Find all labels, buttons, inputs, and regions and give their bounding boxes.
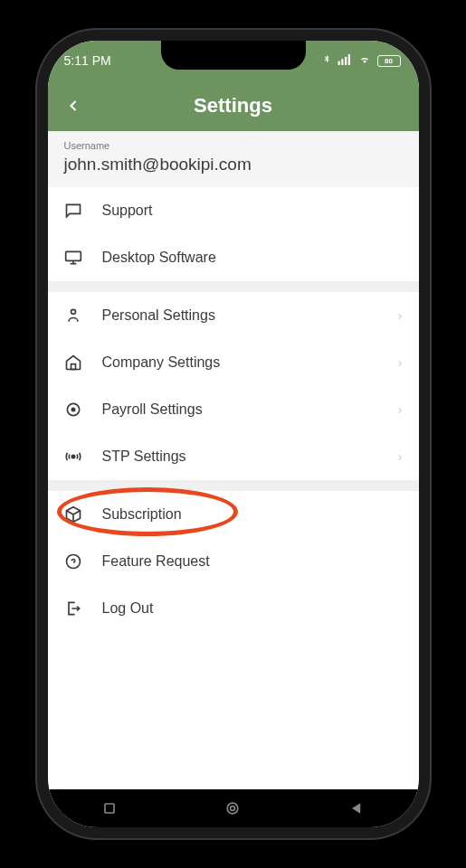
svg-rect-1 bbox=[341, 59, 343, 65]
svg-point-11 bbox=[71, 455, 74, 458]
broadcast-icon bbox=[64, 448, 82, 466]
signal-icon bbox=[338, 53, 352, 68]
svg-rect-2 bbox=[345, 57, 347, 65]
menu-item-logout[interactable]: Log Out bbox=[48, 585, 419, 632]
app-header: Settings bbox=[48, 80, 419, 131]
menu-group-help: Support Desktop Software bbox=[48, 187, 419, 281]
battery-icon: 80 bbox=[377, 55, 401, 67]
svg-point-15 bbox=[231, 807, 235, 811]
svg-point-7 bbox=[71, 309, 75, 314]
username-label: Username bbox=[64, 140, 403, 151]
svg-rect-13 bbox=[105, 804, 114, 813]
username-value: john.smith@bookipi.com bbox=[64, 155, 403, 175]
page-title: Settings bbox=[194, 94, 272, 118]
menu-item-stp[interactable]: STP Settings › bbox=[48, 433, 419, 480]
divider bbox=[48, 480, 419, 491]
nav-back-button[interactable] bbox=[347, 799, 366, 817]
menu-label: Log Out bbox=[102, 600, 403, 617]
wifi-icon bbox=[357, 53, 372, 68]
menu-item-subscription[interactable]: Subscription bbox=[48, 491, 419, 538]
menu-item-personal[interactable]: Personal Settings › bbox=[48, 292, 419, 339]
target-icon bbox=[64, 401, 82, 419]
menu-label: Desktop Software bbox=[102, 250, 403, 266]
menu-item-support[interactable]: Support bbox=[48, 187, 419, 234]
phone-notch bbox=[161, 41, 306, 70]
svg-rect-0 bbox=[338, 61, 339, 66]
chevron-right-icon: › bbox=[398, 449, 403, 464]
menu-label: Personal Settings bbox=[102, 307, 398, 324]
nav-recent-button[interactable] bbox=[100, 799, 119, 817]
menu-label: Subscription bbox=[102, 506, 403, 523]
menu-label: STP Settings bbox=[102, 448, 398, 465]
phone-mockup: 5:11 PM 80 Settings Username john.smith@… bbox=[48, 41, 419, 827]
status-indicators: 80 bbox=[321, 53, 401, 68]
menu-label: Feature Request bbox=[102, 553, 403, 570]
menu-label: Company Settings bbox=[102, 354, 398, 371]
chevron-right-icon: › bbox=[398, 355, 403, 370]
home-icon bbox=[64, 354, 82, 372]
menu-item-company[interactable]: Company Settings › bbox=[48, 339, 419, 386]
svg-point-10 bbox=[71, 408, 74, 410]
menu-group-account: Subscription Feature Request Log Out bbox=[48, 491, 419, 632]
status-time: 5:11 PM bbox=[64, 53, 111, 68]
android-nav-bar bbox=[48, 789, 419, 827]
menu-item-desktop[interactable]: Desktop Software bbox=[48, 234, 419, 281]
menu-item-payroll[interactable]: Payroll Settings › bbox=[48, 386, 419, 433]
logout-icon bbox=[64, 599, 82, 618]
svg-rect-4 bbox=[65, 251, 81, 260]
svg-rect-3 bbox=[347, 54, 349, 65]
package-icon bbox=[64, 505, 82, 524]
menu-label: Payroll Settings bbox=[102, 401, 398, 418]
monitor-icon bbox=[64, 249, 82, 267]
back-button[interactable] bbox=[64, 97, 82, 115]
chevron-right-icon: › bbox=[398, 402, 403, 417]
help-icon bbox=[64, 552, 82, 571]
svg-point-14 bbox=[228, 803, 239, 814]
menu-item-feature[interactable]: Feature Request bbox=[48, 538, 419, 585]
person-icon bbox=[64, 307, 82, 325]
menu-group-settings: Personal Settings › Company Settings › P… bbox=[48, 292, 419, 480]
chat-icon bbox=[64, 202, 82, 220]
menu-label: Support bbox=[102, 203, 403, 219]
user-section: Username john.smith@bookipi.com bbox=[48, 131, 419, 187]
chevron-right-icon: › bbox=[398, 308, 403, 323]
divider bbox=[48, 281, 419, 292]
nav-home-button[interactable] bbox=[223, 799, 242, 817]
svg-rect-8 bbox=[71, 364, 75, 370]
bluetooth-icon bbox=[321, 53, 332, 68]
